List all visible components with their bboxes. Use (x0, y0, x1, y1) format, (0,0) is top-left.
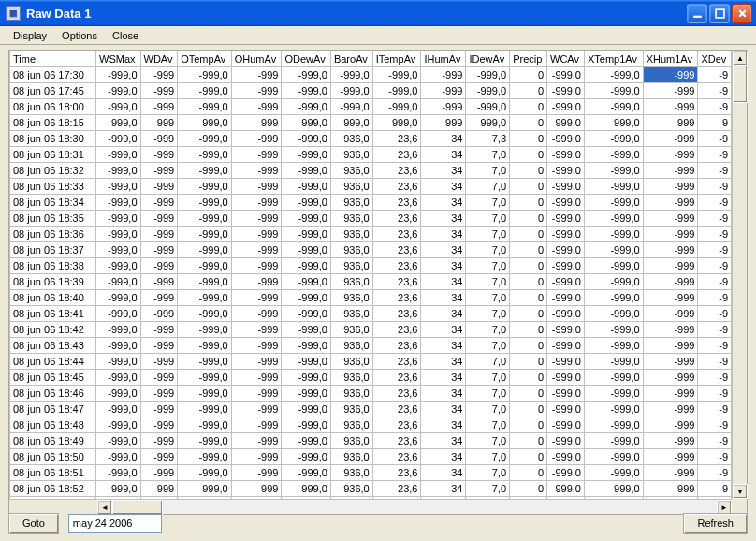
cell[interactable]: -999,0 (96, 179, 141, 195)
cell[interactable]: -999 (231, 83, 282, 99)
cell[interactable]: -999 (231, 147, 282, 163)
cell[interactable]: -999,0 (282, 147, 330, 163)
cell[interactable]: -999,0 (96, 449, 141, 465)
cell[interactable]: -999,0 (584, 338, 643, 354)
cell[interactable]: -999,0 (547, 386, 585, 402)
minimize-button[interactable] (687, 4, 707, 23)
column-header[interactable]: BaroAv (330, 51, 372, 67)
cell[interactable]: 23,6 (372, 242, 421, 258)
cell[interactable]: -999,0 (178, 338, 232, 354)
cell[interactable]: -999,0 (372, 115, 421, 131)
cell[interactable]: -999 (231, 131, 282, 147)
cell[interactable]: 0 (510, 67, 547, 83)
cell[interactable]: 7,0 (466, 481, 510, 497)
vscroll-thumb[interactable] (733, 66, 748, 103)
cell[interactable]: 936,0 (330, 131, 372, 147)
cell[interactable]: -999,0 (282, 179, 330, 195)
cell[interactable]: -999,0 (584, 274, 643, 290)
cell[interactable]: 7,0 (466, 147, 510, 163)
cell[interactable]: -999,0 (547, 227, 585, 242)
cell[interactable]: -999,0 (282, 83, 330, 99)
cell[interactable]: -999,0 (282, 115, 330, 131)
cell[interactable]: 936,0 (330, 227, 372, 242)
cell-time[interactable]: 08 jun 06 17:45 (10, 83, 96, 99)
table-row[interactable]: 08 jun 06 18:42-999,0-999-999,0-999-999,… (10, 322, 732, 338)
cell[interactable]: -999,0 (547, 449, 585, 465)
column-header[interactable]: ODewAv (282, 51, 330, 67)
table-row[interactable]: 08 jun 06 18:44-999,0-999-999,0-999-999,… (10, 354, 732, 370)
cell[interactable]: -999 (140, 195, 178, 211)
cell[interactable]: -999 (643, 433, 698, 449)
cell[interactable]: -999 (231, 481, 282, 497)
maximize-button[interactable] (709, 4, 730, 23)
cell[interactable]: -999,0 (372, 99, 421, 115)
table-row[interactable]: 08 jun 06 18:40-999,0-999-999,0-999-999,… (10, 290, 732, 306)
cell[interactable]: 23,6 (372, 465, 421, 481)
cell[interactable]: 0 (510, 370, 547, 386)
cell[interactable]: -9 (698, 258, 732, 274)
cell[interactable]: 34 (421, 322, 466, 338)
column-header[interactable]: XTemp1Av (584, 51, 643, 67)
cell-time[interactable]: 08 jun 06 18:35 (10, 211, 96, 227)
cell[interactable]: -999,0 (178, 465, 232, 481)
cell[interactable]: -999,0 (584, 179, 643, 195)
cell[interactable]: -999,0 (584, 131, 643, 147)
cell[interactable]: 936,0 (330, 290, 372, 306)
cell[interactable]: 936,0 (330, 338, 372, 354)
cell[interactable]: -999,0 (584, 115, 643, 131)
vertical-scrollbar[interactable]: ▲ ▼ (732, 51, 747, 499)
cell[interactable]: 23,6 (372, 433, 421, 449)
cell[interactable]: -999,0 (584, 417, 643, 433)
cell[interactable]: 936,0 (330, 354, 372, 370)
table-row[interactable]: 08 jun 06 18:31-999,0-999-999,0-999-999,… (10, 147, 732, 163)
table-row[interactable]: 08 jun 06 18:43-999,0-999-999,0-999-999,… (10, 338, 732, 354)
cell[interactable]: -999 (643, 402, 698, 417)
cell[interactable]: -999,0 (584, 449, 643, 465)
cell[interactable]: -999 (643, 131, 698, 147)
column-header[interactable]: WCAv (547, 51, 585, 67)
cell[interactable]: 0 (510, 83, 547, 99)
cell[interactable]: 936,0 (330, 465, 372, 481)
cell[interactable]: 936,0 (330, 370, 372, 386)
cell[interactable]: 0 (510, 433, 547, 449)
column-header[interactable]: IHumAv (421, 51, 466, 67)
cell[interactable]: 34 (421, 417, 466, 433)
cell[interactable]: 34 (421, 402, 466, 417)
cell[interactable]: -999,0 (282, 306, 330, 322)
cell[interactable]: -999 (231, 417, 282, 433)
cell[interactable]: -999 (140, 481, 178, 497)
cell[interactable]: -9 (698, 386, 732, 402)
cell[interactable]: -999,0 (547, 338, 585, 354)
cell[interactable]: -999 (421, 83, 466, 99)
cell[interactable]: -9 (698, 354, 732, 370)
cell[interactable]: -999 (643, 417, 698, 433)
cell[interactable]: -999,0 (178, 481, 232, 497)
cell[interactable]: -999 (140, 163, 178, 179)
close-button[interactable] (732, 4, 752, 23)
cell[interactable]: -999,0 (547, 195, 585, 211)
cell[interactable]: -999,0 (178, 83, 232, 99)
cell[interactable]: -999,0 (178, 131, 232, 147)
cell[interactable]: -999,0 (282, 163, 330, 179)
cell[interactable]: -999,0 (178, 274, 232, 290)
cell[interactable]: -999 (643, 211, 698, 227)
cell[interactable]: -999 (643, 147, 698, 163)
cell-time[interactable]: 08 jun 06 18:39 (10, 274, 96, 290)
cell[interactable]: -999 (140, 115, 178, 131)
cell[interactable]: 34 (421, 354, 466, 370)
cell[interactable]: -999 (231, 370, 282, 386)
cell-time[interactable]: 08 jun 06 18:34 (10, 195, 96, 211)
cell[interactable]: 0 (510, 481, 547, 497)
cell[interactable]: 0 (510, 354, 547, 370)
cell[interactable]: -999,0 (178, 449, 232, 465)
cell[interactable]: -9 (698, 147, 732, 163)
cell[interactable]: 0 (510, 306, 547, 322)
cell[interactable]: -999,0 (282, 258, 330, 274)
cell[interactable]: -999,0 (547, 402, 585, 417)
cell[interactable]: -999,0 (96, 195, 141, 211)
cell[interactable]: -999,0 (96, 147, 141, 163)
cell[interactable]: -999,0 (178, 99, 232, 115)
cell[interactable]: 7,0 (466, 370, 510, 386)
cell[interactable]: -999,0 (584, 242, 643, 258)
table-row[interactable]: 08 jun 06 18:47-999,0-999-999,0-999-999,… (10, 402, 732, 417)
